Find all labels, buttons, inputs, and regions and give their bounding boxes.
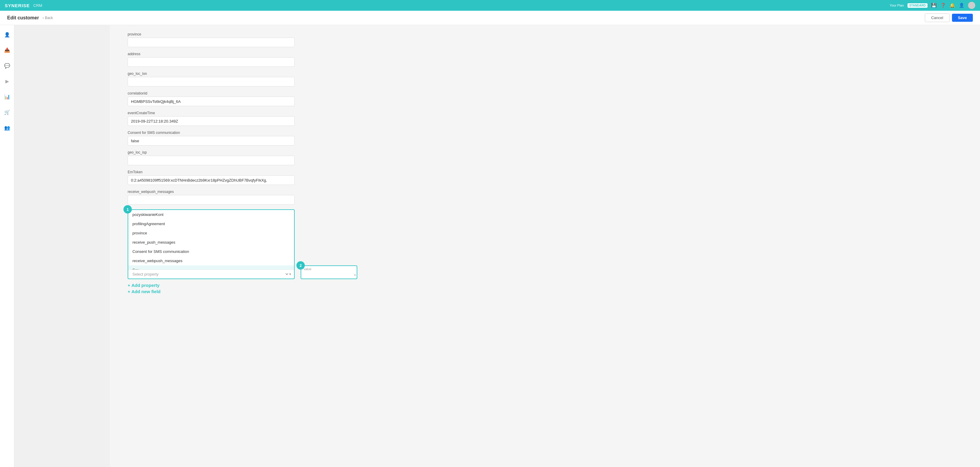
select-property-field: Select property pozyskiwanieKont profili… <box>128 270 294 278</box>
value-input-box: value × <box>301 265 357 279</box>
label-correlation-id: correlationId <box>128 91 962 95</box>
sidebar-item-chat[interactable]: 💬 <box>2 61 12 70</box>
label-emtoken: EmToken <box>128 170 962 174</box>
plus-icon: + <box>128 283 130 288</box>
value-input-row: × <box>301 272 357 278</box>
logo: SYNERISE <box>5 3 30 8</box>
property-selector-box: pozyskiwanieKont profilingAgreement prov… <box>128 209 295 279</box>
label-address: address <box>128 52 962 56</box>
label-province: province <box>128 32 962 37</box>
bell-icon[interactable]: 🔔 <box>950 3 955 8</box>
field-geo-loc-isp: geo_loc_isp <box>128 150 962 165</box>
product-label: CRM <box>33 3 42 8</box>
field-geo-loc-lon: geo_loc_lon <box>128 71 962 86</box>
dropdown-item-pozyskiwanie[interactable]: pozyskiwanieKont <box>128 210 294 219</box>
plan-badge: STANDARD <box>908 3 928 8</box>
add-links: + Add property + Add new field <box>128 283 962 294</box>
field-emtoken: EmToken <box>128 170 962 185</box>
clear-value-button[interactable]: × <box>354 273 356 277</box>
header-bar: Edit customer ‹ Back Cancel Save <box>0 11 980 25</box>
input-province[interactable] <box>128 38 295 47</box>
input-correlation-id[interactable] <box>128 97 295 106</box>
input-consent-sms[interactable] <box>128 136 295 146</box>
field-event-create-time: eventCreateTime <box>128 111 962 126</box>
topnav-right: Your Plan STANDARD 💾 ❓ 🔔 👤 <box>889 2 975 9</box>
select-arrow-icon: ▾ <box>289 272 291 276</box>
topnav-left: SYNERISE CRM <box>5 3 42 8</box>
dropdown-item-profiling[interactable]: profilingAgreement <box>128 219 294 229</box>
input-emtoken[interactable] <box>128 175 295 185</box>
header-left: Edit customer ‹ Back <box>7 15 53 21</box>
plus-icon-2: + <box>128 289 130 294</box>
field-province: province <box>128 32 962 47</box>
back-label: Back <box>45 16 53 20</box>
dropdown-item-province[interactable]: province <box>128 229 294 238</box>
label-geo-loc-isp: geo_loc_isp <box>128 150 962 154</box>
input-geo-loc-isp[interactable] <box>128 156 295 165</box>
input-receive-webpush[interactable] <box>128 195 295 205</box>
value-input[interactable] <box>304 273 354 277</box>
help-icon[interactable]: ❓ <box>940 3 946 8</box>
sidebar-item-chart[interactable]: 📊 <box>2 92 12 102</box>
label-event-create-time: eventCreateTime <box>128 111 962 115</box>
step1-badge: 1 <box>124 205 132 213</box>
add-property-link[interactable]: + Add property <box>128 283 962 288</box>
value-label: value <box>301 266 357 272</box>
step2-badge: 2 <box>296 261 305 270</box>
label-consent-sms: Consent for SMS communication <box>128 130 962 135</box>
dropdown-item-sex[interactable]: Sex <box>128 265 294 270</box>
field-address: address <box>128 52 962 67</box>
sidebar-item-play[interactable]: ▶ <box>2 76 12 86</box>
add-new-field-label: Add new field <box>132 289 161 294</box>
sidebar: 👤 📥 💬 ▶ 📊 🛒 👥 <box>0 25 14 467</box>
user-circle-icon[interactable]: 👤 <box>959 3 964 8</box>
chevron-left-icon: ‹ <box>43 16 44 20</box>
field-receive-webpush: receive_webpush_messages <box>128 190 962 205</box>
input-address[interactable] <box>128 57 295 67</box>
sidebar-item-group[interactable]: 👥 <box>2 123 12 132</box>
back-link[interactable]: ‹ Back <box>43 16 53 20</box>
input-geo-loc-lon[interactable] <box>128 77 295 86</box>
dropdown-item-consent-sms[interactable]: Consent for SMS communication <box>128 247 294 256</box>
top-navigation: SYNERISE CRM Your Plan STANDARD 💾 ❓ 🔔 👤 <box>0 0 980 11</box>
label-receive-webpush: receive_webpush_messages <box>128 190 962 194</box>
field-consent-sms: Consent for SMS communication <box>128 130 962 146</box>
dropdown-item-receive-push[interactable]: receive_push_messages <box>128 238 294 247</box>
header-right: Cancel Save <box>925 13 973 22</box>
save-icon[interactable]: 💾 <box>931 3 937 8</box>
sidebar-item-customer[interactable]: 👤 <box>2 30 12 40</box>
dropdown-item-receive-webpush[interactable]: receive_webpush_messages <box>128 256 294 265</box>
add-new-field-link[interactable]: + Add new field <box>128 289 962 294</box>
dropdown-list: pozyskiwanieKont profilingAgreement prov… <box>128 210 294 270</box>
field-correlation-id: correlationId <box>128 91 962 106</box>
plan-label: Your Plan <box>889 3 904 7</box>
save-button[interactable]: Save <box>952 14 973 22</box>
sidebar-item-cart[interactable]: 🛒 <box>2 107 12 117</box>
select-property-dropdown[interactable]: Select property pozyskiwanieKont profili… <box>131 272 289 277</box>
page-title: Edit customer <box>7 15 39 21</box>
label-geo-loc-lon: geo_loc_lon <box>128 71 962 76</box>
cancel-button[interactable]: Cancel <box>925 13 949 22</box>
add-property-label: Add property <box>132 283 159 288</box>
sidebar-item-inbox[interactable]: 📥 <box>2 45 12 55</box>
user-avatar <box>968 2 975 9</box>
input-event-create-time[interactable] <box>128 116 295 126</box>
left-panel <box>14 25 110 467</box>
